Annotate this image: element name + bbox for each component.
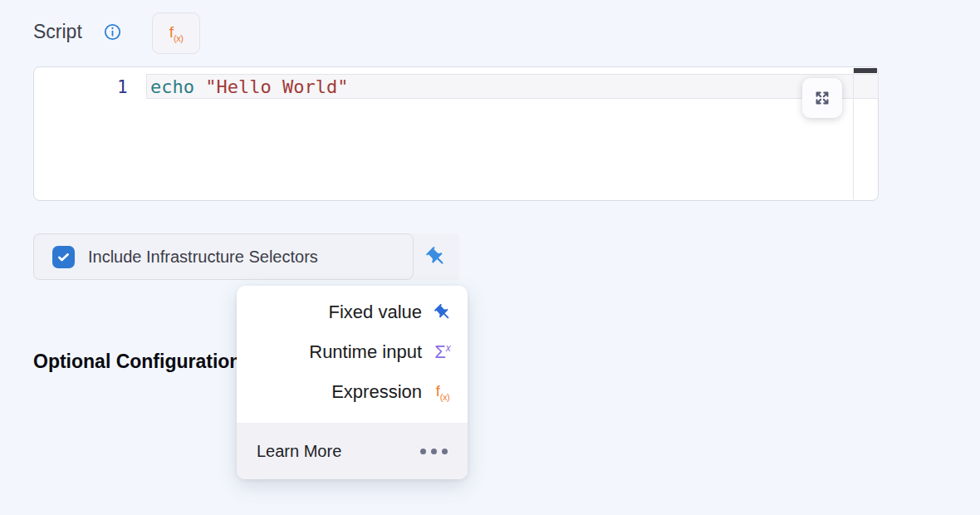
script-field-label: Script <box>33 21 82 43</box>
pushpin-icon <box>425 246 448 268</box>
expand-arrows-icon <box>813 89 831 107</box>
menu-footer: Learn More <box>237 423 468 479</box>
value-type-menu: Fixed value Runtime input Σx Expression … <box>237 286 468 479</box>
fx-expression-icon: f(x) <box>169 23 184 43</box>
ellipsis-icon[interactable] <box>420 449 448 454</box>
value-type-selector-button[interactable] <box>414 233 459 280</box>
menu-item-runtime-input[interactable]: Runtime input Σx <box>237 332 468 372</box>
scrollbar-track-divider <box>853 68 854 199</box>
code-token-space <box>194 76 205 97</box>
include-infrastructure-selectors-row: Include Infrastructure Selectors <box>33 233 459 280</box>
expand-editor-button[interactable] <box>802 78 842 118</box>
pushpin-icon <box>431 303 454 322</box>
sigma-x-icon: Σx <box>431 341 454 363</box>
menu-items: Fixed value Runtime input Σx Expression … <box>237 286 468 412</box>
code-token-command: echo <box>150 76 194 97</box>
menu-item-fixed-value[interactable]: Fixed value <box>237 292 468 332</box>
checkbox-field[interactable]: Include Infrastructure Selectors <box>33 233 414 280</box>
code-line: echo "Hello World" <box>150 75 348 99</box>
checkbox-label[interactable]: Include Infrastructure Selectors <box>88 248 318 267</box>
menu-item-expression[interactable]: Expression f(x) <box>237 372 468 412</box>
checkmark-icon <box>56 249 71 265</box>
scrollbar-thumb[interactable] <box>854 68 877 73</box>
script-code-editor[interactable]: 1 echo "Hello World" <box>33 66 879 201</box>
include-infrastructure-selectors-checkbox[interactable] <box>52 246 75 268</box>
expression-toggle-button[interactable]: f(x) <box>152 12 200 54</box>
learn-more-link[interactable]: Learn More <box>257 442 341 461</box>
page: Script f(x) 1 echo "Hello World" <box>0 0 980 515</box>
code-token-string: "Hello World" <box>205 76 348 97</box>
line-number: 1 <box>117 75 135 100</box>
info-icon[interactable] <box>104 23 121 41</box>
optional-configuration-heading: Optional Configuration <box>33 351 241 373</box>
fx-expression-icon: f(x) <box>431 383 454 402</box>
